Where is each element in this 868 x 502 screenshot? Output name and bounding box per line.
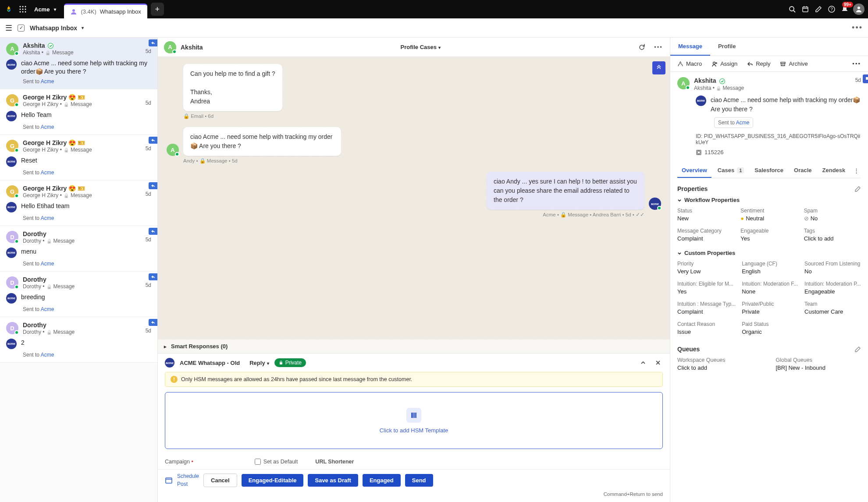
conv-sent-to: Sent to Acme [23,352,151,358]
conv-sent-to: Sent to Acme [23,215,151,221]
msg-avatar: A [167,144,179,156]
archive-button[interactable]: Archive [780,60,808,67]
conv-avatar: D [6,322,18,334]
conv-name: Dorothy [23,230,75,237]
properties-heading: Properties [677,185,708,192]
compose-account-name: ACME Whatsapp - Old [180,360,240,366]
conv-time: 5d [146,145,151,152]
verified-icon [48,43,53,49]
send-hint: Command+Return to send [165,491,663,497]
save-draft-button[interactable]: Save as Draft [308,474,358,487]
thread-more-icon[interactable]: ••• [653,44,664,50]
tab-profile[interactable]: Profile [710,38,743,56]
conversation-item[interactable]: 5d G George H Zikry 😍 🎫 George H Zikry •… [0,135,157,180]
send-button[interactable]: Send [405,474,433,487]
inbox-title-dropdown[interactable]: Whatsapp Inbox [30,25,84,32]
inbox-more-icon[interactable]: ••• [852,23,863,32]
conv-message-preview: breeding [21,293,45,301]
conversation-item[interactable]: 5d A Akshita Akshita • Message acme ciao… [0,38,157,89]
detail-message-id: ID: PID_WHATSAPP_BUSINESS_316_ABEGOTR5IF… [696,133,861,145]
assign-button[interactable]: Assign [711,60,737,67]
scroll-up-button[interactable] [652,61,665,74]
profile-cases-dropdown[interactable]: Profile Cases [401,44,441,50]
compose-icon[interactable] [812,3,825,16]
conversation-item[interactable]: 5d G George H Zikry 😍 🎫 George H Zikry •… [0,180,157,226]
conv-name: George H Zikry 😍 🎫 [23,185,92,192]
calendar-icon[interactable] [799,3,812,16]
conversation-item[interactable]: 5d D Dorothy Dorothy • Message acme 2 Se… [0,317,157,363]
conv-name: George H Zikry 😍 🎫 [23,139,92,146]
message-bubble: ciao Andy ... yes sure I can help ! to b… [487,172,644,210]
macro-button[interactable]: Macro [677,60,702,67]
reply-flag-icon [149,228,157,235]
notifications-icon[interactable]: 99+ [838,3,851,16]
conv-name: George H Zikry 😍 🎫 [23,94,92,101]
conversation-item[interactable]: 5d D Dorothy Dorothy • Message acme bree… [0,272,157,317]
brand-avatar: acme [6,111,17,121]
subtab-cases[interactable]: Cases 1 [713,163,748,178]
detail-time: 5d [855,77,861,83]
subtab-zendesk[interactable]: Zendesk [818,163,850,178]
search-icon[interactable] [786,3,799,16]
user-avatar[interactable] [853,4,864,15]
svg-rect-23 [415,413,416,418]
edit-properties-icon[interactable] [855,186,861,192]
tab-label: Whatsapp Inbox [100,8,141,15]
subtab-salesforce[interactable]: Salesforce [750,163,788,178]
conversation-item[interactable]: 5d G George H Zikry 😍 🎫 George H Zikry •… [0,89,157,135]
workspace-tab[interactable]: (3.4K) Whatsapp Inbox [64,4,147,18]
workspace-queue-add[interactable]: Click to add [677,364,763,371]
conv-avatar: G [6,140,18,152]
brand-dropdown[interactable]: Acme [32,4,59,14]
collapse-composer-icon[interactable] [638,358,648,368]
engaged-button[interactable]: Engaged [363,474,401,487]
workflow-properties-toggle[interactable]: Workflow Properties [677,197,861,203]
inbox-tab-icon [70,8,77,15]
tab-message[interactable]: Message [670,38,710,56]
add-tab-button[interactable]: + [151,3,164,16]
apps-grid-icon[interactable] [18,4,28,14]
reply-button[interactable]: Reply [747,60,770,67]
conv-avatar: A [6,43,18,55]
subtab-overview[interactable]: Overview [677,163,711,178]
engaged-editable-button[interactable]: Engaged-Editable [242,474,304,487]
detail-contact-sub: Akshita • Message [694,85,744,91]
hsm-template-box[interactable]: Click to add HSM Template [165,392,663,449]
reply-flag-icon [149,39,157,46]
refresh-icon[interactable] [638,44,649,51]
custom-properties-toggle[interactable]: Custom Properties [677,250,861,256]
edit-queues-icon[interactable] [855,346,861,352]
conv-avatar: D [6,276,18,289]
flag-button[interactable] [863,74,868,83]
conversation-item[interactable]: 5d D Dorothy Dorothy • Message acme menu… [0,226,157,272]
subtab-oracle[interactable]: Oracle [790,163,816,178]
svg-point-26 [713,62,715,64]
cancel-button[interactable]: Cancel [203,474,237,487]
brand-avatar: acme [6,156,17,167]
reply-flag-icon [149,182,157,189]
smart-responses-toggle[interactable]: Smart Responses (0) [158,339,670,353]
svg-point-8 [25,11,26,13]
conv-name: Dorothy [23,322,75,329]
notification-badge: 99+ [842,2,853,7]
svg-point-10 [790,7,794,11]
conv-avatar: D [6,231,18,243]
toolbar-more-icon[interactable]: ••• [852,60,861,67]
post-link[interactable]: Post [177,481,199,487]
menu-toggle-icon[interactable]: ☰ [5,23,12,33]
help-icon[interactable]: ? [825,3,838,16]
select-all-checkbox[interactable]: ✓ [18,25,25,32]
conv-time: 5d [146,328,151,334]
compose-account-avatar: acme [165,358,174,368]
privacy-badge: Private [274,358,306,367]
close-composer-icon[interactable] [653,358,663,368]
schedule-link[interactable]: Schedule [177,473,199,479]
brand-avatar: acme [6,339,17,349]
conv-message-preview: Hello Etihad team [21,202,70,210]
subtabs-more-icon[interactable]: ⋮ [854,167,861,174]
svg-point-5 [25,9,26,10]
tags-add[interactable]: Click to add [804,235,861,242]
reply-mode-dropdown[interactable]: Reply [249,360,269,366]
svg-point-7 [22,11,24,13]
set-default-checkbox[interactable]: Set as Default [255,459,298,465]
